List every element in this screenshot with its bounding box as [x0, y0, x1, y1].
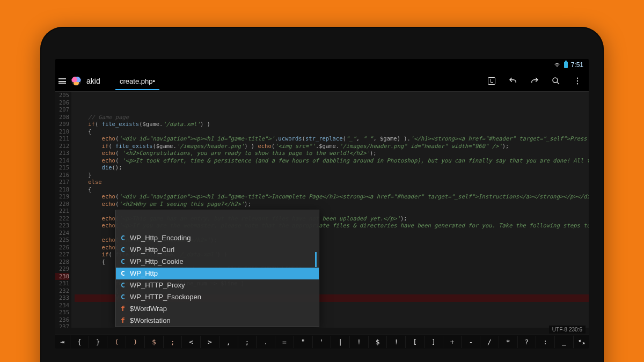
- code-line[interactable]: // Game page: [75, 114, 589, 121]
- line-number: 212: [55, 143, 69, 150]
- code-line[interactable]: echo('<div id="navigation"><p><h1 id="ga…: [75, 135, 589, 143]
- overflow-button[interactable]: [569, 73, 586, 89]
- symbol-key[interactable]: ): [126, 336, 145, 348]
- symbol-key[interactable]: ': [313, 336, 332, 348]
- symbol-key[interactable]: <: [182, 336, 201, 348]
- symbol-key[interactable]: {: [70, 336, 89, 348]
- code-area[interactable]: // Game page if( file_exists($game.'/dat…: [71, 92, 589, 328]
- code-line[interactable]: if( file_exists($game.'/images/header.pn…: [75, 143, 589, 150]
- symbol-key[interactable]: |: [331, 336, 350, 348]
- menu-icon[interactable]: [58, 78, 66, 84]
- line-number: 225: [55, 237, 69, 244]
- symbol-key[interactable]: /: [480, 336, 499, 348]
- line-number: 215: [55, 164, 69, 172]
- symbol-key[interactable]: $: [369, 336, 387, 348]
- field-kind-icon: f: [120, 305, 126, 313]
- search-button[interactable]: [548, 73, 564, 89]
- class-kind-icon: C: [120, 270, 126, 277]
- wifi-icon: [553, 61, 561, 69]
- autocomplete-label: $Workstation: [130, 317, 171, 324]
- app-title: akid: [86, 77, 110, 85]
- symbol-key[interactable]: ]: [425, 336, 443, 348]
- symbol-key[interactable]: -: [462, 336, 480, 348]
- autocomplete-label: WP_Http: [130, 270, 158, 277]
- autocomplete-item[interactable]: CWP_Http_Cookie: [116, 256, 319, 268]
- device-screen: 7:51 akid create.php• 205: [55, 59, 589, 349]
- autocomplete-label: WP_Http_Encoding: [130, 234, 191, 242]
- code-line[interactable]: die();: [75, 164, 589, 172]
- line-number: 209: [55, 121, 69, 128]
- code-line[interactable]: {: [75, 186, 589, 194]
- undo-button[interactable]: [505, 73, 521, 89]
- symbol-key[interactable]: }: [89, 336, 108, 348]
- collapse-keyboard-button[interactable]: [574, 335, 589, 349]
- symbol-key[interactable]: :: [536, 336, 555, 348]
- symbol-key[interactable]: *: [499, 336, 518, 348]
- redo-button[interactable]: [526, 73, 543, 89]
- line-number: 234: [55, 302, 69, 309]
- redo-icon: [530, 76, 539, 86]
- autocomplete-item[interactable]: CWP_Http: [116, 268, 319, 279]
- line-number: 214: [55, 157, 69, 165]
- symbol-key[interactable]: ": [294, 336, 313, 348]
- class-kind-icon: C: [120, 293, 126, 301]
- symbol-key[interactable]: ;: [238, 336, 257, 348]
- line-number: 208: [55, 114, 69, 121]
- code-line[interactable]: echo( '<h2>Congratulations, you are read…: [75, 150, 589, 157]
- symbol-key[interactable]: !: [350, 336, 369, 348]
- line-number: 227: [55, 251, 69, 258]
- symbol-key[interactable]: $: [145, 336, 164, 348]
- symbol-key[interactable]: !: [387, 336, 406, 348]
- line-number: 224: [55, 230, 69, 237]
- tablet-frame: 7:51 akid create.php• 205: [40, 27, 604, 362]
- editor-status-strip: UTF-8 230:6: [549, 326, 586, 334]
- line-number: 230: [55, 273, 69, 280]
- clock: 7:51: [571, 61, 583, 69]
- autocomplete-label: WP_Http_Curl: [130, 246, 174, 254]
- symbol-key[interactable]: =: [275, 336, 294, 348]
- code-line[interactable]: {: [75, 128, 589, 136]
- class-kind-icon: C: [120, 282, 126, 289]
- line-number: 221: [55, 208, 69, 215]
- autocomplete-item[interactable]: CWP_Http_Curl: [116, 244, 319, 256]
- code-line[interactable]: echo( '<p>It took effort, time & persist…: [75, 157, 589, 165]
- symbol-key[interactable]: ?: [518, 336, 537, 348]
- symbol-keyboard-bar[interactable]: ⇥ {}()$;<>,;.="'|!$![]+-/*?:_: [55, 335, 589, 349]
- line-number: 222: [55, 215, 69, 223]
- line-number: 205: [55, 92, 69, 99]
- autocomplete-item[interactable]: CWP_Http_Encoding: [116, 232, 319, 244]
- code-line[interactable]: echo('<div id="navigation"><p><h1 id="ga…: [75, 193, 589, 201]
- field-kind-icon: f: [120, 317, 126, 324]
- symbol-key[interactable]: _: [555, 336, 574, 348]
- svg-point-2: [577, 80, 578, 82]
- code-editor[interactable]: 2052062072082092102112122132142152162172…: [55, 92, 589, 328]
- symbol-key[interactable]: .: [257, 336, 275, 348]
- code-line[interactable]: }: [75, 172, 589, 179]
- undo-icon: [508, 76, 518, 86]
- code-line[interactable]: else: [75, 179, 589, 186]
- symbol-key[interactable]: (: [107, 336, 126, 348]
- autocomplete-item[interactable]: f$WordWrap: [116, 303, 319, 315]
- tab-file[interactable]: create.php•: [115, 72, 159, 90]
- autocomplete-item[interactable]: CWP_HTTP_Fsockopen: [116, 291, 319, 303]
- code-line[interactable]: if( file_exists($game.'/data.xml') ): [75, 121, 589, 128]
- code-line[interactable]: echo('<h2>Why am I seeing this page?</h2…: [75, 201, 589, 208]
- line-number: 217: [55, 179, 69, 186]
- autocomplete-scrollbar[interactable]: [315, 252, 317, 267]
- symbol-key[interactable]: +: [443, 336, 462, 348]
- symbol-key[interactable]: ,: [219, 336, 238, 348]
- autocomplete-popup[interactable]: CWP_Http_EncodingCWP_Http_CurlCWP_Http_C…: [115, 210, 319, 327]
- line-number: 210: [55, 128, 69, 136]
- symbol-key[interactable]: [: [406, 336, 425, 348]
- autocomplete-item[interactable]: CWP_HTTP_Proxy: [116, 279, 319, 291]
- tab-key[interactable]: ⇥: [55, 335, 70, 349]
- line-number: 226: [55, 244, 69, 252]
- class-kind-icon: C: [120, 258, 126, 265]
- save-button[interactable]: [484, 73, 500, 89]
- symbol-key[interactable]: >: [201, 336, 219, 348]
- encoding-label: UTF-8: [552, 327, 567, 333]
- autocomplete-item[interactable]: f$Workstation: [116, 315, 319, 327]
- line-number-gutter: 2052062072082092102112122132142152162172…: [55, 92, 71, 328]
- symbol-key[interactable]: ;: [164, 336, 182, 348]
- line-number: 206: [55, 99, 69, 107]
